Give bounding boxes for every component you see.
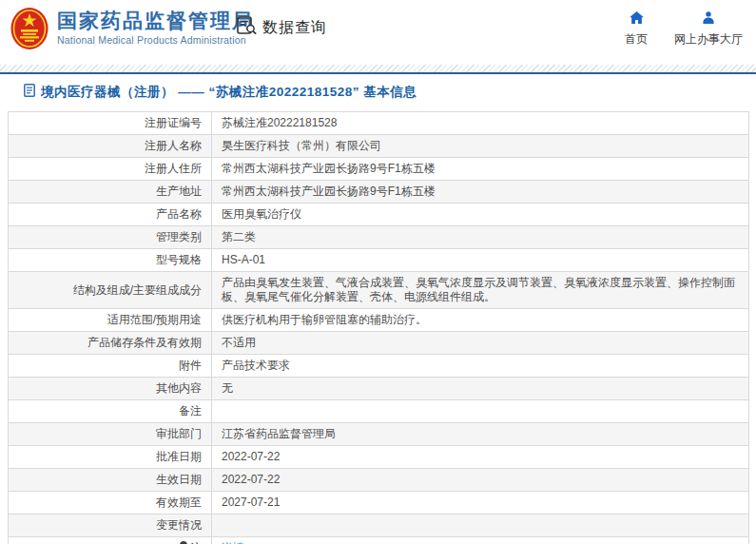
nav-item-home[interactable]: 首页 (625, 10, 648, 48)
row-label-text: 型号规格 (156, 253, 202, 266)
row-value (212, 515, 749, 537)
nav-home-label: 首页 (625, 31, 648, 48)
row-value-text: 产品由臭氧发生装置、气液合成装置、臭氧气浓度显示及调节装置、臭氧液浓度显示装置、… (222, 276, 735, 303)
row-value-text: 不适用 (222, 336, 256, 349)
table-row: 型号规格HS-A-01 (9, 249, 749, 272)
row-label-text: 生效日期 (156, 473, 202, 486)
row-label: 适用范围/预期用途 (9, 309, 212, 332)
table-row: 生效日期2022-07-22 (9, 469, 749, 492)
row-label-text: 注册证编号 (145, 116, 202, 129)
row-label-text: 附件 (179, 359, 202, 372)
row-value: 医用臭氧治疗仪 (212, 204, 749, 226)
info-table-body: 注册证编号苏械注准20222181528注册人名称昊生医疗科技（常州）有限公司注… (9, 112, 749, 544)
row-value: 2022-07-22 (212, 469, 749, 492)
row-label-text: 注册人名称 (145, 139, 202, 152)
row-label: 型号规格 (9, 249, 212, 272)
row-value-text: 常州西太湖科技产业园长扬路9号F1栋五楼 (222, 162, 436, 175)
row-label: 备注 (9, 400, 212, 423)
row-label: 注册人名称 (9, 135, 212, 158)
row-label-text: 备注 (179, 404, 202, 418)
row-value: 昊生医疗科技（常州）有限公司 (212, 135, 749, 158)
row-label-text: 管理类别 (156, 230, 202, 243)
row-label-text: 适用范围/预期用途 (107, 313, 202, 326)
row-value: 苏械注准20222181528 (212, 112, 749, 135)
row-value: 不适用 (212, 332, 749, 355)
row-value-text: 江苏省药品监督管理局 (222, 427, 336, 440)
row-value-text: 苏械注准20222181528 (222, 116, 337, 129)
table-row: 备注 (9, 400, 749, 423)
national-emblem-icon (10, 7, 48, 50)
row-label: 管理类别 (9, 226, 212, 249)
registration-info-table: 注册证编号苏械注准20222181528注册人名称昊生医疗科技（常州）有限公司注… (8, 111, 749, 544)
nav-service-hall-label: 网上办事大厅 (674, 31, 743, 48)
hatch-divider (0, 65, 756, 72)
row-value: 无 (212, 378, 749, 400)
row-value-text: 2027-07-21 (222, 495, 280, 509)
row-label: 变更情况 (9, 515, 212, 537)
table-row: 变更情况 (9, 515, 749, 537)
table-row: 其他内容无 (9, 378, 749, 400)
table-row: 附件产品技术要求 (9, 355, 749, 378)
title-bar: 境内医疗器械（注册） —— “苏械注准20222181528” 基本信息 (24, 84, 756, 101)
table-row: 产品名称医用臭氧治疗仪 (9, 204, 749, 226)
row-label: 生产地址 (9, 181, 212, 204)
row-label-text: 产品名称 (156, 207, 202, 221)
row-value-text: 2022-07-22 (222, 473, 280, 486)
top-nav: 首页 网上办事大厅 (625, 10, 743, 48)
row-value-text: 无 (222, 381, 233, 395)
row-label-text: 生产地址 (156, 185, 202, 198)
table-row: 注册人住所常州西太湖科技产业园长扬路9号F1栋五楼 (9, 158, 749, 181)
row-label: 注册人住所 (9, 158, 212, 181)
row-value-text: 2022-07-22 (222, 450, 280, 463)
row-label-text: 有效期至 (156, 495, 202, 509)
row-value: 供医疗机构用于输卵管阻塞的辅助治疗。 (212, 309, 749, 332)
site-header: 国家药品监督管理局 National Medical Products Admi… (0, 0, 756, 65)
row-value: 产品由臭氧发生装置、气液合成装置、臭氧气浓度显示及调节装置、臭氧液浓度显示装置、… (212, 272, 749, 309)
agency-title-block: 国家药品监督管理局 National Medical Products Admi… (57, 10, 254, 46)
table-row: 注册证编号苏械注准20222181528 (9, 112, 749, 135)
row-value: HS-A-01 (212, 249, 749, 272)
row-value-text: 供医疗机构用于输卵管阻塞的辅助治疗。 (222, 313, 427, 326)
document-icon (24, 84, 35, 101)
table-row: 产品储存条件及有效期不适用 (9, 332, 749, 355)
table-row: 批准日期2022-07-22 (9, 446, 749, 469)
registration-info-table-wrap: 注册证编号苏械注准20222181528注册人名称昊生医疗科技（常州）有限公司注… (8, 111, 756, 544)
table-row: 管理类别第二类 (9, 226, 749, 249)
nav-item-service-hall[interactable]: 网上办事大厅 (674, 10, 743, 48)
row-label-text: 结构及组成/主要组成成分 (73, 283, 202, 297)
home-icon (630, 10, 644, 28)
row-value-text: 常州西太湖科技产业园长扬路9号F1栋五楼 (222, 185, 436, 198)
row-label: 生效日期 (9, 469, 212, 492)
row-label: 审批部门 (9, 423, 212, 446)
table-row: 注册人名称昊生医疗科技（常州）有限公司 (9, 135, 749, 158)
row-label: 注册证编号 (9, 112, 212, 135)
row-value-text: 第二类 (222, 230, 256, 243)
row-label-text: 其他内容 (156, 381, 202, 395)
table-row: 注详情 (9, 537, 749, 544)
row-value: 2027-07-21 (212, 492, 749, 515)
row-value-text: 医用臭氧治疗仪 (222, 207, 301, 221)
table-row: 审批部门江苏省药品监督管理局 (9, 423, 749, 446)
row-value: 江苏省药品监督管理局 (212, 423, 749, 446)
row-label: 结构及组成/主要组成成分 (9, 272, 212, 309)
row-label: 其他内容 (9, 378, 212, 400)
row-value: 2022-07-22 (212, 446, 749, 469)
row-label-text: 变更情况 (156, 518, 202, 532)
table-row: 结构及组成/主要组成成分产品由臭氧发生装置、气液合成装置、臭氧气浓度显示及调节装… (9, 272, 749, 309)
row-value-text: 昊生医疗科技（常州）有限公司 (222, 139, 381, 152)
row-value-text: HS-A-01 (222, 253, 265, 266)
table-row: 有效期至2027-07-21 (9, 492, 749, 515)
row-value: 常州西太湖科技产业园长扬路9号F1栋五楼 (212, 158, 749, 181)
agency-name-zh: 国家药品监督管理局 (57, 10, 254, 32)
data-query-tab[interactable]: 数据查询 (237, 16, 327, 39)
table-row: 适用范围/预期用途供医疗机构用于输卵管阻塞的辅助治疗。 (9, 309, 749, 332)
user-icon (702, 10, 715, 28)
page-title: 境内医疗器械（注册） —— “苏械注准20222181528” 基本信息 (41, 84, 417, 101)
row-value: 产品技术要求 (212, 355, 749, 378)
row-label-text: 审批部门 (156, 427, 202, 440)
row-value-text: 产品技术要求 (222, 359, 290, 372)
row-value (212, 400, 749, 423)
row-label: 产品储存条件及有效期 (9, 332, 212, 355)
table-row: 生产地址常州西太湖科技产业园长扬路9号F1栋五楼 (9, 181, 749, 204)
row-label: 注 (9, 537, 212, 544)
